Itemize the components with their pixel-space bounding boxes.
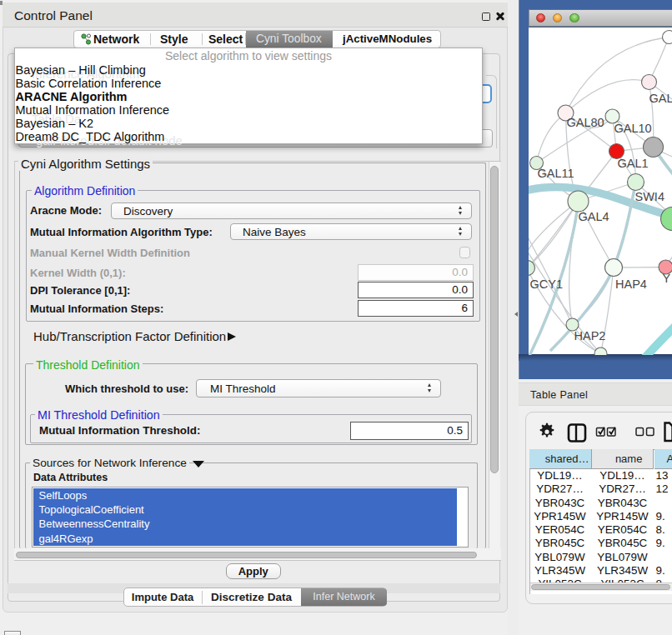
svg-text:HAP2: HAP2 bbox=[574, 329, 605, 342]
svg-text:GAL11: GAL11 bbox=[537, 166, 574, 179]
svg-text:GAL4: GAL4 bbox=[578, 210, 609, 223]
svg-text:GCY1: GCY1 bbox=[529, 278, 563, 291]
svg-text:HAP4: HAP4 bbox=[615, 277, 647, 290]
svg-text:GAL80: GAL80 bbox=[566, 116, 604, 129]
svg-text:Y: Y bbox=[662, 272, 670, 285]
svg-text:GAL10: GAL10 bbox=[614, 122, 651, 135]
svg-text:GAL: GAL bbox=[649, 91, 672, 104]
svg-text:SWI4: SWI4 bbox=[634, 190, 664, 203]
svg-text:GAL1: GAL1 bbox=[617, 157, 648, 170]
